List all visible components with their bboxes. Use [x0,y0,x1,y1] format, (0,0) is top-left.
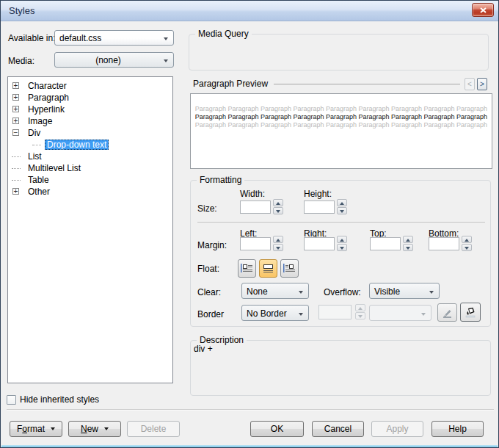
tree-item-label[interactable]: Hyperlink [28,104,65,115]
expand-plus-icon[interactable]: + [12,188,19,195]
ok-button-label: OK [271,424,283,434]
margin-bottom-stepper[interactable] [462,236,472,252]
spin-down-icon[interactable] [462,244,472,251]
preview-text: Paragraph Paragraph Paragraph Paragraph … [192,105,490,129]
expand-plus-icon[interactable]: + [12,94,19,101]
hide-inherited-checkbox[interactable] [7,395,16,405]
float-none-button[interactable] [259,259,277,278]
tree-item-label[interactable]: Div [28,128,40,138]
chevron-down-icon [164,37,168,40]
tree-item-multilevel-list[interactable]: Multilevel List [8,162,172,174]
style-tree[interactable]: + Character + Paragraph + Hyperlink + Im… [7,76,173,383]
expand-plus-icon[interactable]: + [12,82,19,89]
spin-down-icon[interactable] [273,207,283,214]
preview-next-button[interactable]: > [477,78,487,90]
spin-up-icon[interactable] [273,236,283,243]
tree-item-div[interactable]: − Div [8,127,172,139]
preview-prev-button[interactable]: < [465,78,475,90]
format-button-label: Format [17,424,45,434]
tree-item-label-selected[interactable]: Drop-down text [45,140,109,150]
margin-top-stepper[interactable] [403,236,413,252]
help-button[interactable]: Help [431,421,484,437]
clear-value: None [247,286,268,297]
tree-item-other[interactable]: + Other [8,186,172,198]
media-label: Media: [8,56,34,66]
clear-label: Clear: [197,287,221,297]
title-bar[interactable]: Styles [1,1,498,21]
tree-item-label[interactable]: Paragraph [28,93,69,103]
float-left-button[interactable] [238,259,256,278]
window-title: Styles [9,5,34,16]
spin-down-icon[interactable] [273,244,283,251]
collapse-minus-icon[interactable]: − [12,129,19,136]
spin-up-icon[interactable] [337,236,347,243]
height-input[interactable] [304,200,335,214]
float-right-icon [283,263,296,274]
menu-arrow-icon [51,427,55,430]
spin-up-icon[interactable] [462,236,472,243]
preview-line-dark: Paragraph Paragraph Paragraph Paragraph … [192,113,490,121]
ok-button[interactable]: OK [250,421,304,437]
spin-up-icon[interactable] [403,236,413,243]
new-menu-button[interactable]: New [68,421,121,437]
spin-up-icon[interactable] [273,199,283,206]
close-icon [480,7,487,13]
tree-connector [12,168,21,169]
clear-dropdown[interactable]: None [241,283,309,299]
height-label: Height: [304,189,332,199]
spin-down-icon[interactable] [337,207,347,214]
tree-item-label[interactable]: Table [28,175,49,185]
apply-button: Apply [371,421,423,437]
margin-left-input[interactable] [240,237,271,250]
chevron-down-icon [421,313,426,316]
float-right-button[interactable] [280,259,299,278]
overflow-label: Overflow: [324,287,361,297]
overflow-dropdown[interactable]: Visible [369,283,440,299]
cancel-button[interactable]: Cancel [312,421,364,437]
background-fill-button[interactable] [460,303,481,322]
margin-right-input[interactable] [304,237,335,250]
tree-item-label[interactable]: Other [28,187,50,197]
tree-item-label[interactable]: Image [28,116,52,126]
width-input[interactable] [240,200,271,214]
tree-item-dropdown-text[interactable]: Drop-down text [8,139,172,151]
tree-item-paragraph[interactable]: + Paragraph [8,92,172,104]
width-stepper[interactable] [273,199,283,215]
description-text: div + [194,344,213,354]
margin-right-stepper[interactable] [337,236,347,252]
margin-bottom-input[interactable] [429,237,459,250]
spin-down-icon[interactable] [403,244,413,251]
border-style-dropdown[interactable]: No Border [241,305,309,321]
paragraph-preview-box: Paragraph Paragraph Paragraph Paragraph … [190,93,492,169]
tree-item-character[interactable]: + Character [8,80,172,92]
tree-connector [12,180,21,181]
spin-up-icon [355,304,365,311]
margin-top-input[interactable] [370,237,401,250]
help-button-label: Help [448,424,467,434]
tree-item-table[interactable]: Table [8,174,172,186]
tree-item-hyperlink[interactable]: + Hyperlink [8,104,172,115]
margin-left-stepper[interactable] [273,236,283,252]
overflow-value: Visible [374,286,400,297]
expand-plus-icon[interactable]: + [12,118,19,124]
spin-down-icon[interactable] [337,244,347,251]
border-color-button[interactable] [437,303,457,322]
chevron-down-icon [429,291,434,294]
format-menu-button[interactable]: Format [10,421,62,437]
tree-item-list[interactable]: List [8,151,172,162]
tree-item-label[interactable]: Character [28,81,67,91]
available-in-dropdown[interactable]: default.css [54,30,174,46]
spin-down-icon [355,312,365,319]
border-label: Border [197,309,224,319]
tree-item-label[interactable]: List [28,151,42,162]
expand-plus-icon[interactable]: + [12,106,19,112]
formatting-legend: Formatting [197,175,244,185]
media-dropdown[interactable]: (none) [54,52,174,68]
float-none-icon [262,263,274,274]
margin-label: Margin: [197,240,227,250]
height-stepper[interactable] [337,199,347,215]
tree-item-image[interactable]: + Image [8,115,172,127]
spin-up-icon[interactable] [337,199,347,206]
close-button[interactable] [472,3,494,17]
tree-item-label[interactable]: Multilevel List [28,163,81,173]
